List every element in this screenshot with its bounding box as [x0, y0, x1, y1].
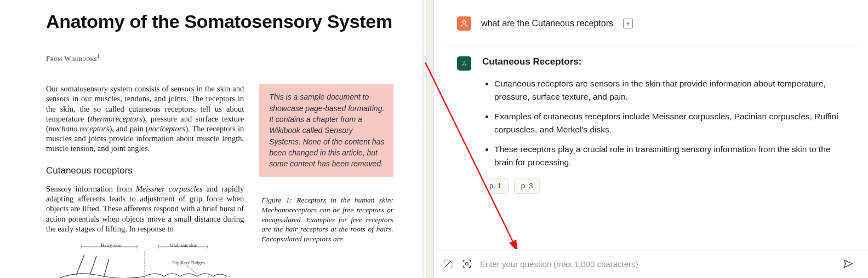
page-ref-button[interactable]: p. 3 — [514, 178, 540, 194]
scan-icon[interactable] — [461, 258, 472, 269]
chat-input[interactable] — [480, 259, 835, 269]
document-paragraph-2: Sensory information from Meissner corpus… — [46, 184, 244, 234]
document-source: From Wikibooks1 — [46, 53, 393, 63]
send-icon[interactable] — [843, 258, 854, 269]
svg-point-19 — [466, 263, 469, 265]
assistant-avatar-icon — [457, 56, 471, 71]
answer-bullet-list: Cutaneous receptors are sensors in the s… — [482, 77, 845, 169]
panel-divider[interactable] — [426, 0, 434, 278]
svg-line-9 — [104, 259, 109, 277]
expand-icon[interactable]: + — [623, 19, 633, 28]
svg-line-16 — [186, 265, 197, 274]
answer-bullet: Examples of cutaneous receptors include … — [494, 110, 845, 136]
figure-caption: Figure 1: Receptors in the human skin: M… — [261, 195, 393, 244]
svg-line-8 — [90, 256, 96, 275]
page-ref-row: p. 1 p. 3 — [482, 178, 845, 194]
document-paragraph-1: Our somatosensory system consists of sen… — [46, 84, 244, 153]
user-question-row: what are the Cutaneous receptors + — [434, 16, 868, 45]
svg-point-17 — [462, 21, 465, 24]
page-ref-button[interactable]: p. 1 — [482, 178, 509, 194]
section-title-cutaneous: Cutaneous receptors — [46, 165, 244, 176]
magic-wand-icon[interactable] — [443, 258, 454, 269]
document-panel: Anatomy of the Somatosensory System From… — [0, 0, 426, 278]
svg-line-7 — [76, 254, 84, 275]
document-callout: This is a sample document to showcase pa… — [259, 84, 393, 177]
document-title: Anatomy of the Somatosensory System — [46, 11, 393, 32]
assistant-answer: Cutaneous Receptors: Cutaneous receptors… — [434, 45, 868, 200]
answer-bullet: Cutaneous receptors are sensors in the s… — [494, 77, 845, 103]
user-question-text: what are the Cutaneous receptors — [481, 19, 613, 28]
user-avatar-icon — [457, 16, 471, 31]
chat-input-bar — [434, 249, 868, 278]
chat-panel: what are the Cutaneous receptors + Cutan… — [434, 0, 868, 278]
skin-figure: Hairy skin Glabrous skin Papillary Ridge… — [46, 244, 244, 278]
answer-bullet: These receptors play a crucial role in t… — [494, 143, 845, 169]
answer-title: Cutaneous Receptors: — [482, 56, 845, 67]
